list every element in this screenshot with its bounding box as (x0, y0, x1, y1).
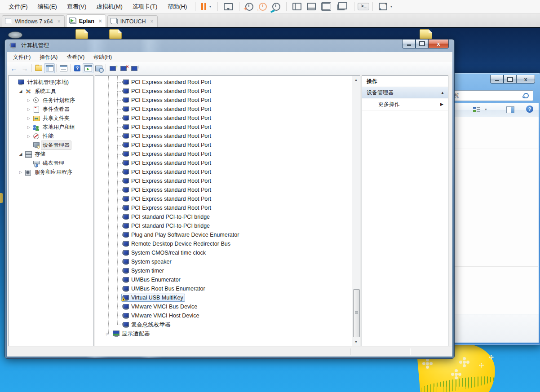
minimize-button[interactable] (490, 75, 504, 84)
device-tree-item[interactable]: PCI Express standard Root Port (95, 96, 360, 105)
tab-intouch[interactable]: INTOUCH × (107, 15, 158, 27)
close-button[interactable]: x (428, 40, 449, 48)
tree-expander-icon[interactable]: ◢ (17, 89, 25, 93)
tree-expander-icon[interactable]: ▷ (25, 134, 33, 138)
console-tree-item[interactable]: 计算机管理(本地) (9, 78, 93, 87)
menu-vm[interactable]: 虚拟机(M) (91, 0, 128, 13)
console-tree-item[interactable]: ▷ 本地用户和组 (9, 123, 93, 132)
minimize-button[interactable] (402, 40, 416, 48)
console-tree-pane[interactable]: 计算机管理(本地) ◢ 系统工具 ▷ 任务计划程序 (8, 75, 93, 346)
views-button[interactable]: ▼ (473, 106, 487, 112)
tree-expander-icon[interactable]: ▷ (25, 125, 33, 129)
close-icon[interactable]: × (150, 19, 154, 24)
collapse-section-icon[interactable]: ▲ (441, 91, 444, 95)
explorer-search-box[interactable]: 机 (451, 90, 533, 101)
device-tree-item[interactable]: PCI Express standard Root Port (95, 123, 360, 132)
device-tree-item[interactable]: System CMOS/real time clock (95, 248, 360, 257)
tab-windows7[interactable]: Windows 7 x64 × (2, 15, 65, 27)
device-tree-item[interactable]: PCI Express standard Root Port (95, 167, 360, 176)
computer-management-window[interactable]: 计算机管理 x 文件(F) 操作(A) 查看(V) 帮助(H) ← → (4, 39, 455, 359)
show-thumbnail-bar-button[interactable] (304, 1, 319, 13)
console-tree-item[interactable]: 磁盘管理 (9, 159, 93, 167)
device-tree-item[interactable]: PCI standard PCI-to-PCI bridge (95, 212, 360, 221)
menu-view[interactable]: 查看(V) (62, 0, 91, 13)
menu-view[interactable]: 查看(V) (62, 52, 89, 62)
vm-display[interactable]: x 机 ▼ ? 计算机管理 (0, 27, 540, 392)
help-button[interactable]: ? (526, 106, 533, 113)
vertical-scrollbar[interactable]: ▲ ▼ (352, 76, 360, 346)
tab-eplan[interactable]: Eplan × (66, 14, 106, 27)
show-action-pane-button[interactable] (83, 63, 93, 73)
console-view-button[interactable] (334, 1, 351, 13)
console-tree-item[interactable]: ▷ 服务和应用程序 (9, 167, 93, 176)
menu-help[interactable]: 帮助(H) (89, 52, 116, 62)
device-list-pane[interactable]: PCI Express standard Root Port PCI Expre… (95, 75, 360, 346)
device-tree-item[interactable]: VMware VMCI Host Device (95, 311, 360, 320)
device-tree-item[interactable]: PCI Express standard Root Port (95, 78, 360, 87)
console-tree-item[interactable]: ▷ 性能 (9, 132, 93, 141)
menu-file[interactable]: 文件(F) (9, 52, 35, 62)
device-tree-item[interactable]: UMBus Enumerator (95, 275, 360, 284)
console-tree-item[interactable]: ▷ 任务计划程序 (9, 96, 93, 105)
maximize-button[interactable] (504, 75, 516, 84)
console-tree-item[interactable]: ▷ 事件查看器 (9, 105, 93, 114)
tree-expander-icon[interactable]: ▷ (106, 332, 112, 336)
help-button[interactable]: ? (72, 63, 83, 73)
menu-help[interactable]: 帮助(H) (162, 0, 192, 13)
close-icon[interactable]: × (99, 18, 102, 24)
device-tree-item[interactable]: VMware VMCI Bus Device (95, 302, 360, 311)
device-tree-item[interactable]: PCI Express standard Root Port (95, 150, 360, 159)
back-button[interactable]: ← (9, 63, 19, 73)
device-tree-item[interactable]: Remote Desktop Device Redirector Bus (95, 239, 360, 248)
properties-button[interactable] (58, 63, 69, 73)
device-tree-item[interactable]: PCI Express standard Root Port (95, 105, 360, 114)
forward-button[interactable]: → (19, 63, 30, 73)
scan-hardware-changes-button[interactable] (93, 63, 104, 73)
show-console-tree-button[interactable] (44, 63, 55, 73)
take-snapshot-button[interactable]: + (243, 1, 256, 13)
device-tree-item[interactable]: PCI Express standard Root Port (95, 141, 360, 150)
tree-expander-icon[interactable]: ▷ (25, 107, 33, 111)
maximize-button[interactable] (416, 40, 428, 48)
menu-action[interactable]: 操作(A) (35, 52, 62, 62)
send-ctrl-alt-del-button[interactable] (221, 1, 236, 13)
tree-expander-icon[interactable]: ▷ (25, 98, 33, 102)
manage-snapshots-button[interactable] (270, 1, 283, 13)
unity-mode-button[interactable] (319, 1, 334, 13)
device-tree-item[interactable]: 复合总线枚举器 (95, 320, 360, 329)
console-tree-item[interactable]: ▷ 共享文件夹 (9, 114, 93, 123)
device-tree-item[interactable]: Plug and Play Software Device Enumerator (95, 230, 360, 239)
tree-expander-icon[interactable]: ◢ (17, 152, 25, 156)
device-tree-item[interactable]: System speaker (95, 257, 360, 266)
device-tree-item[interactable]: System timer (95, 266, 360, 275)
uninstall-device-button[interactable]: × (118, 63, 129, 73)
preview-pane-button[interactable] (506, 106, 514, 113)
revert-snapshot-button[interactable]: ← (256, 1, 270, 13)
device-tree-item[interactable]: PCI standard PCI-to-PCI bridge (95, 221, 360, 230)
update-driver-button[interactable]: ↑ (107, 63, 118, 73)
console-tree-item[interactable]: ◢ 存储 (9, 150, 93, 159)
console-tree-item[interactable]: ◢ 系统工具 (9, 87, 93, 96)
device-tree-item[interactable]: PCI Express standard Root Port (95, 185, 360, 194)
device-tree-item[interactable]: Virtual USB MultiKey (95, 293, 360, 302)
menu-edit[interactable]: 编辑(E) (33, 0, 62, 13)
tree-expander-icon[interactable]: ▷ (25, 116, 33, 120)
menu-file[interactable]: 文件(F) (4, 0, 33, 13)
pause-vm-button[interactable]: ▼ (199, 1, 214, 13)
show-library-button[interactable] (290, 1, 304, 13)
close-button[interactable]: x (516, 75, 535, 84)
scroll-down-button[interactable]: ▼ (352, 338, 360, 346)
scrollbar-thumb[interactable] (353, 289, 360, 337)
device-tree-item[interactable]: PCI Express standard Root Port (95, 194, 360, 203)
device-tree-item[interactable]: UMBus Root Bus Enumerator (95, 284, 360, 293)
fullscreen-button[interactable]: ▼ (376, 1, 395, 13)
menu-tabs[interactable]: 选项卡(T) (128, 0, 163, 13)
up-one-level-button[interactable] (33, 63, 44, 73)
device-tree-item[interactable]: PCI Express standard Root Port (95, 114, 360, 123)
device-tree-item[interactable]: PCI Express standard Root Port (95, 176, 360, 185)
actions-section-device-manager[interactable]: 设备管理器 ▲ (362, 87, 448, 98)
device-tree-item[interactable]: PCI Express standard Root Port (95, 159, 360, 167)
actions-pane[interactable]: 操作 设备管理器 ▲ 更多操作 ▶ (362, 75, 448, 346)
virtual-console-button[interactable]: >_ (358, 3, 369, 10)
device-tree-item[interactable]: PCI Express standard Root Port (95, 203, 360, 212)
